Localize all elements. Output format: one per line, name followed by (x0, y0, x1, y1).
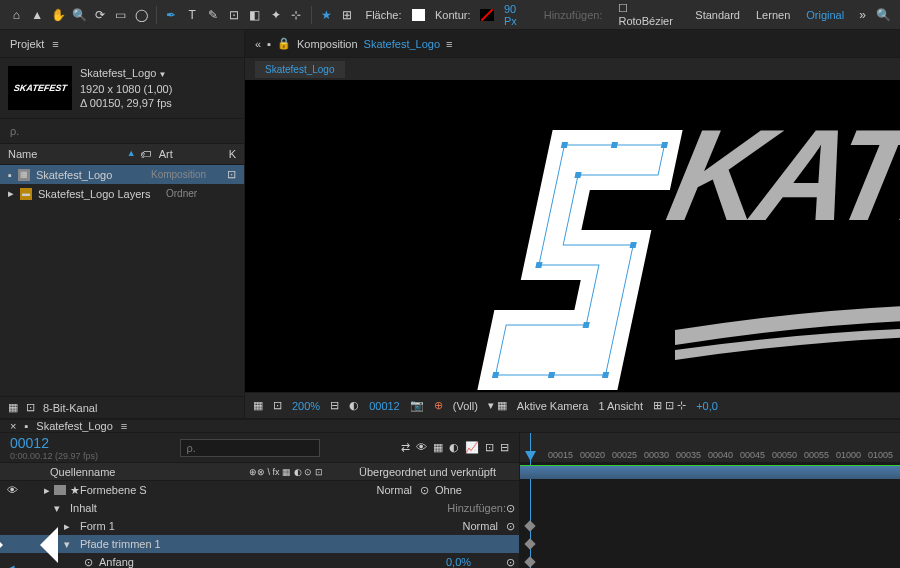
roto-icon[interactable]: ✦ (267, 5, 284, 25)
timeline-panel: × ▪ Skatefest_Logo ≡ 00012 0:00.00.12 (2… (0, 418, 900, 568)
channel-icon[interactable]: ⊕ (434, 399, 443, 412)
home-icon[interactable]: ⌂ (8, 5, 25, 25)
stroke-swatch[interactable] (480, 9, 494, 21)
workspace-learn[interactable]: Lernen (750, 9, 796, 21)
time-ruler[interactable]: 00015 00020 00025 00030 00035 00040 0004… (520, 433, 900, 463)
frame-blend-icon[interactable]: ▦ (433, 441, 443, 454)
link-icon[interactable]: ⊙ (506, 556, 515, 569)
camera-select[interactable]: Aktive Kamera (517, 400, 589, 412)
resolution-mode[interactable]: (Voll) (453, 400, 478, 412)
resolution-icon[interactable]: ⊟ (330, 399, 339, 412)
asset-duration: Δ 00150, 29,97 fps (80, 96, 236, 110)
star-icon: ★ (70, 484, 80, 497)
comp-breadcrumb[interactable]: Skatefest_Logo (364, 38, 440, 50)
col-parent[interactable]: Übergeordnet und verknüpft (359, 466, 509, 478)
brush-icon[interactable]: ✎ (205, 5, 222, 25)
workspace-standard[interactable]: Standard (689, 9, 746, 21)
workspace-original[interactable]: Original (800, 9, 850, 21)
expand-icon[interactable]: ▸ (44, 484, 50, 497)
effects-icon[interactable]: ⊡ (26, 401, 35, 414)
star-icon[interactable]: ★ (318, 5, 335, 25)
timeline-comp[interactable]: Skatefest_Logo (36, 420, 112, 432)
project-item[interactable]: ▪ ▦ Skatefest_Logo Komposition ⊡ (0, 165, 244, 184)
project-title: Projekt (10, 38, 44, 50)
puppet-icon[interactable]: ⊹ (288, 5, 305, 25)
rotobezier-checkbox[interactable]: ☐ RotoBézier (612, 2, 681, 27)
text-icon[interactable]: T (184, 5, 201, 25)
fill-swatch[interactable] (412, 9, 426, 21)
expand-icon[interactable]: ▸ (8, 187, 14, 200)
search-input[interactable] (10, 125, 234, 137)
search-icon[interactable]: 🔍 (875, 5, 892, 25)
project-item[interactable]: ▸ ▬ Skatefest_Logo Layers Ordner (0, 184, 244, 203)
motion-blur-icon[interactable]: ◐ (449, 441, 459, 454)
ellipse-icon[interactable]: ◯ (133, 5, 150, 25)
graph-icon[interactable]: 📈 (465, 441, 479, 454)
snapshot-icon[interactable]: 📷 (410, 399, 424, 412)
link-icon[interactable]: ⊙ (506, 520, 515, 533)
pen-icon[interactable]: ✒ (163, 5, 180, 25)
tab-menu-icon[interactable]: ≡ (121, 420, 127, 432)
prev-tab-icon[interactable]: « (255, 38, 261, 50)
orbit-icon[interactable]: ⟳ (91, 5, 108, 25)
shy-icon[interactable]: 👁 (416, 441, 427, 454)
col-type[interactable]: Art (159, 148, 229, 160)
add-menu-icon[interactable]: ⊙ (506, 502, 515, 515)
composition-viewer[interactable]: KATEFE (245, 80, 900, 392)
keyframe-nav-icon[interactable]: ◂ ◆ ▸ (4, 561, 20, 569)
tab-menu-icon[interactable]: ≡ (446, 38, 452, 50)
select-icon[interactable]: ▲ (29, 5, 46, 25)
parent-select[interactable]: Ohne (435, 484, 515, 496)
layer-search-input[interactable] (180, 439, 320, 457)
asset-name[interactable]: Skatefest_Logo▼ (80, 66, 236, 82)
timecode[interactable]: 00012 (10, 435, 98, 451)
timeline-tracks[interactable]: 00015 00020 00025 00030 00035 00040 0004… (520, 433, 900, 568)
view-count[interactable]: 1 Ansicht (598, 400, 643, 412)
keyframe[interactable] (524, 538, 535, 549)
collapse-icon[interactable]: ⊟ (500, 441, 509, 454)
current-frame[interactable]: 00012 (369, 400, 400, 412)
keyframe[interactable] (524, 520, 535, 531)
guides-icon[interactable]: ⊡ (273, 399, 282, 412)
hand-icon[interactable]: ✋ (50, 5, 67, 25)
draft-icon[interactable]: ⊡ (485, 441, 494, 454)
more-icon[interactable]: » (854, 5, 871, 25)
col-k[interactable]: K (229, 148, 236, 160)
filter-icon[interactable]: ⇄ (401, 441, 410, 454)
settings-icon[interactable]: ▦ (8, 401, 18, 414)
bit-depth[interactable]: 8-Bit-Kanal (43, 402, 97, 414)
add-label[interactable]: Hinzufügen: (447, 502, 506, 514)
close-tab-icon[interactable]: × (10, 420, 16, 432)
zoom-icon[interactable]: 🔍 (71, 5, 88, 25)
layer-group[interactable]: ▾ Inhalt Hinzufügen: ⊙ (0, 499, 519, 517)
3d-icon[interactable]: ⊞ ⊡ ⊹ (653, 399, 686, 412)
comp-tab[interactable]: Skatefest_Logo (255, 61, 345, 78)
svg-rect-2 (661, 142, 668, 148)
zoom-level[interactable]: 200% (292, 400, 320, 412)
view-options-icon[interactable]: ▾ ▦ (488, 399, 507, 412)
rect-icon[interactable]: ▭ (112, 5, 129, 25)
lock-icon[interactable]: 🔒 (277, 37, 291, 50)
keyframe[interactable] (524, 556, 535, 567)
visibility-icon[interactable]: 👁 (4, 484, 20, 496)
grid-icon[interactable]: ⊞ (339, 5, 356, 25)
eraser-icon[interactable]: ◧ (246, 5, 263, 25)
layer-row[interactable]: 👁 ▸ ★ Formebene S Normal ⊙ Ohne (0, 481, 519, 499)
col-name[interactable]: Name (8, 148, 127, 160)
col-source[interactable]: Quellenname (50, 466, 249, 478)
stopwatch-icon[interactable]: ⊙ (84, 556, 93, 569)
layer-group[interactable]: ▾ Pfade trimmen 1 (0, 535, 519, 553)
svg-rect-9 (583, 322, 590, 328)
stroke-width[interactable]: 90 Px (498, 3, 534, 27)
mask-icon[interactable]: ◐ (349, 399, 359, 412)
grid-toggle-icon[interactable]: ▦ (253, 399, 263, 412)
exposure[interactable]: +0,0 (696, 400, 718, 412)
property-row[interactable]: ⊙ Anfang 0,0% ⊙ (0, 553, 519, 568)
panel-menu-icon[interactable]: ≡ (52, 38, 58, 50)
layer-group[interactable]: ▸ Form 1 Normal ⊙ (0, 517, 519, 535)
sort-icon[interactable]: ▲ (127, 148, 136, 160)
tag-icon[interactable]: 🏷 (140, 148, 151, 160)
add-label[interactable]: Hinzufügen: (538, 9, 609, 21)
stamp-icon[interactable]: ⊡ (225, 5, 242, 25)
parent-link-icon[interactable]: ⊙ (420, 484, 429, 497)
